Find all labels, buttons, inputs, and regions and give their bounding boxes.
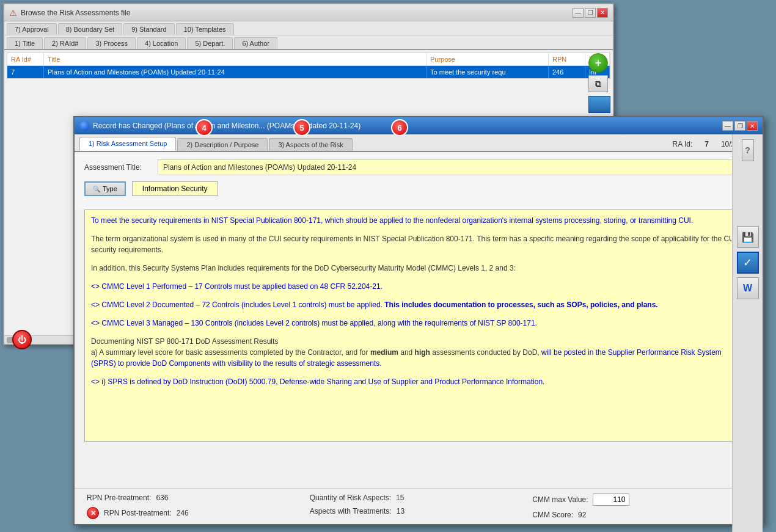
copy-icon: ⧉ — [595, 79, 601, 89]
type-button[interactable]: 🔍 Type — [84, 181, 126, 196]
rpn-post-value: 246 — [177, 509, 189, 517]
save-button[interactable]: 💾 — [737, 226, 759, 248]
rpn-pre-row: RPN Pre-treatment: 636 — [87, 494, 305, 502]
cmm-score-value: 92 — [578, 511, 586, 519]
modal-tab-aspects[interactable]: 3) Aspects of the Risk — [269, 138, 352, 151]
cmm-score-label: CMM Score: — [532, 511, 573, 519]
type-value-text: Information Security — [142, 184, 208, 193]
add-record-button[interactable]: + — [588, 53, 608, 73]
aspects-treatment-label: Aspects with Treatments: — [310, 507, 392, 516]
main-close-button[interactable]: ✕ — [597, 8, 608, 18]
desc-para-4: <> CMMC Level 1 Performed – 17 Controls … — [91, 281, 746, 292]
stats-bar: RPN Pre-treatment: 636 ✕ RPN Post-treatm… — [75, 488, 763, 524]
tabs-row2: 1) Title 2) RAId# 3) Process 4) Location… — [4, 35, 613, 50]
tab-author[interactable]: 6) Author — [234, 37, 277, 49]
col-header-id: RA Id# — [7, 53, 44, 65]
qty-risk-label: Quantity of Risk Aspects: — [310, 494, 391, 502]
rpn-post-row: ✕ RPN Post-treatment: 246 — [87, 507, 305, 519]
stats-col-3: CMM max Value: CMM Score: 92 — [532, 494, 750, 519]
cmm-max-label: CMM max Value: — [532, 495, 588, 504]
main-window-title: Browse the Risk Assessments file — [21, 9, 130, 17]
save-icon: 💾 — [742, 231, 754, 243]
export-word-button[interactable]: W — [737, 277, 759, 299]
tab-templates[interactable]: 10) Templates — [176, 23, 234, 35]
main-window-icon: ⚠ — [9, 8, 17, 18]
rpn-pre-value: 636 — [156, 494, 168, 502]
modal-close-button[interactable]: ✕ — [747, 121, 758, 131]
tab-location[interactable]: 4) Location — [137, 37, 186, 49]
tab-title[interactable]: 1) Title — [7, 37, 43, 49]
qty-risk-value: 15 — [396, 494, 404, 502]
plus-icon: + — [595, 57, 602, 70]
tab-approval[interactable]: 7) Approval — [7, 23, 57, 35]
copy-record-button[interactable]: ⧉ — [588, 75, 608, 92]
modal-right-sidebar: ? 💾 ✓ W — [732, 134, 763, 532]
main-minimize-button[interactable]: — — [573, 8, 584, 18]
table-row[interactable]: 7 Plans of Action and Milestones (POAMs)… — [7, 66, 610, 78]
risk-assessments-table: RA Id# Title Purpose RPN Ty 7 Plans of A… — [7, 53, 610, 79]
aspects-treatment-value: 13 — [397, 507, 404, 516]
search-icon-small: 🔍 — [93, 186, 100, 192]
modal-title-text: Record has Changed (Plans of Action and … — [79, 121, 361, 131]
confirm-button[interactable]: ✓ — [737, 252, 759, 274]
modal-title-bar: Record has Changed (Plans of Action and … — [75, 117, 763, 134]
stats-col-1: RPN Pre-treatment: 636 ✕ RPN Post-treatm… — [87, 494, 305, 519]
main-title-bar: ⚠ Browse the Risk Assessments file — ❐ ✕ — [4, 4, 613, 21]
assessment-title-label: Assessment Title: — [84, 163, 152, 172]
tab-process[interactable]: 3) Process — [87, 37, 136, 49]
power-icon: ⏻ — [18, 335, 26, 344]
tab-depart[interactable]: 5) Depart. — [187, 37, 233, 49]
col-header-rpn: RPN — [549, 53, 585, 65]
step-badge-6: 6 — [391, 119, 408, 136]
desc-para-3: In addition, this Security Systems Plan … — [91, 263, 746, 274]
red-x-icon: ✕ — [87, 507, 99, 519]
cell-purpose: To meet the security requ — [426, 66, 549, 78]
type-btn-label: Type — [103, 185, 117, 192]
main-restore-button[interactable]: ❐ — [585, 8, 596, 18]
cmm-max-input[interactable] — [593, 494, 629, 506]
check-icon: ✓ — [743, 256, 752, 269]
desc-para-7: Documenting NIST SP 800-171 DoD Assessme… — [91, 336, 746, 369]
step-badge-4: 4 — [196, 119, 213, 136]
type-value-button[interactable]: Information Security — [132, 181, 218, 196]
cell-rpn: 246 — [549, 66, 585, 78]
tab-raid[interactable]: 2) RAId# — [44, 37, 86, 49]
modal-tab-setup[interactable]: 1) Risk Assessment Setup — [79, 137, 176, 151]
cell-title: Plans of Action and Milestones (POAMs) U… — [44, 66, 426, 78]
help-button[interactable]: ? — [742, 139, 754, 161]
power-button[interactable]: ⏻ — [12, 330, 32, 349]
ra-id-label: RA Id: — [673, 140, 693, 148]
step-badge-5: 5 — [293, 119, 310, 136]
table-header: RA Id# Title Purpose RPN Ty — [7, 53, 610, 66]
assessment-title-input[interactable] — [158, 159, 753, 175]
question-icon: ? — [745, 145, 750, 155]
modal-window: Record has Changed (Plans of Action and … — [73, 116, 764, 525]
col-header-purpose: Purpose — [426, 53, 549, 65]
main-window-controls: — ❐ ✕ — [573, 8, 608, 18]
tab-boundary-set[interactable]: 8) Boundary Set — [58, 23, 123, 35]
word-icon: W — [743, 283, 752, 294]
tabs-row1: 7) Approval 8) Boundary Set 9) Standard … — [4, 21, 613, 35]
modal-minimize-button[interactable]: — — [722, 121, 733, 131]
right-panel: + ⧉ — [588, 53, 610, 113]
ra-id-value: 7 — [705, 140, 709, 148]
cmm-score-row: CMM Score: 92 — [532, 511, 750, 519]
qty-risk-row: Quantity of Risk Aspects: 15 — [310, 494, 528, 502]
desc-para-1: To meet the security requirements in NIS… — [91, 215, 746, 226]
tab-standard[interactable]: 9) Standard — [123, 23, 174, 35]
open-record-button[interactable] — [588, 96, 610, 113]
modal-restore-button[interactable]: ❐ — [734, 121, 745, 131]
cell-id: 7 — [7, 66, 44, 78]
desc-para-5: <> CMMC Level 2 Documented – 72 Controls… — [91, 299, 746, 310]
main-title-left: ⚠ Browse the Risk Assessments file — [9, 8, 130, 18]
rpn-pre-label: RPN Pre-treatment: — [87, 494, 151, 502]
aspects-treatment-row: Aspects with Treatments: 13 — [310, 507, 528, 516]
rpn-post-label: RPN Post-treatment: — [104, 509, 172, 517]
modal-title-label: Record has Changed (Plans of Action and … — [93, 122, 361, 130]
desc-para-8: <> i) SPRS is defined by DoD Instruction… — [91, 376, 746, 387]
modal-window-controls: — ❐ ✕ — [722, 121, 758, 131]
modal-tab-description[interactable]: 2) Description / Purpose — [177, 138, 268, 151]
desc-para-6: <> CMMC Level 3 Managed – 130 Controls (… — [91, 318, 746, 329]
description-area[interactable]: To meet the security requirements in NIS… — [84, 210, 753, 442]
stats-col-2: Quantity of Risk Aspects: 15 Aspects wit… — [310, 494, 528, 519]
